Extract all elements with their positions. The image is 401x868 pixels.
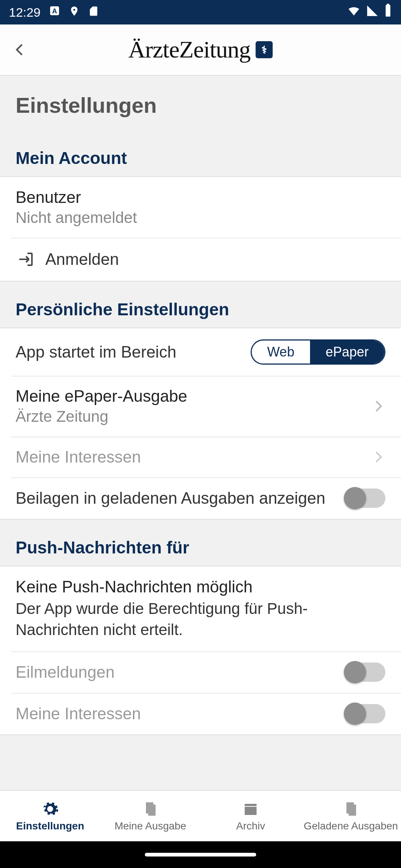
start-area-row: App startet im Bereich Web ePaper [0,328,401,376]
sd-card-icon [88,5,99,20]
tab-my-issue[interactable]: Meine Ausgabe [100,791,200,841]
segment-web[interactable]: Web [252,341,310,364]
login-row[interactable]: Anmelden [0,238,401,281]
epaper-edition-label: Meine ePaper-Ausgabe [16,387,362,405]
system-nav-bar [0,841,401,868]
attachments-label: Beilagen in geladenen Ausgaben anzeigen [16,489,336,507]
chevron-left-icon [12,42,28,57]
tab-loaded-label: Geladene Ausgaben [304,820,398,832]
app-logo: ÄrzteZeitung ⚕ [128,36,273,63]
battery-icon [384,4,392,21]
segment-epaper[interactable]: ePaper [310,341,384,364]
user-label: Benutzer [16,188,385,207]
push-interests-row: Meine Interessen [0,693,401,734]
tab-settings[interactable]: Einstellungen [0,791,100,841]
tab-archive[interactable]: Archiv [200,791,301,841]
push-card: Keine Push-Nachrichten möglich Der App w… [0,566,401,735]
breaking-row: Eilmeldungen [0,651,401,693]
user-status: Nicht angemeldet [16,209,385,227]
account-card: Benutzer Nicht angemeldet Anmelden [0,176,401,282]
section-header-personal: Persönliche Einstellungen [0,282,401,328]
personal-card: App startet im Bereich Web ePaper Meine … [0,328,401,520]
tab-loaded[interactable]: Geladene Ausgaben [301,791,401,841]
start-area-label: App startet im Bereich [16,343,242,361]
no-push-body: Der App wurde die Berechtigung für Push-… [16,598,385,640]
start-area-segmented: Web ePaper [251,339,385,365]
wifi-icon [347,4,361,21]
gear-icon [41,800,59,818]
svg-text:A: A [52,7,57,15]
svg-rect-3 [387,4,389,6]
status-time: 12:29 [9,5,40,20]
section-header-account: Mein Account [0,130,401,176]
interests-row[interactable]: Meine Interessen [0,437,401,477]
stack-icon [342,800,360,818]
tab-archive-label: Archiv [236,820,265,832]
logo-badge-icon: ⚕ [256,41,273,58]
push-interests-label: Meine Interessen [16,704,336,723]
home-indicator[interactable] [145,853,256,857]
pages-icon [141,800,159,818]
attachments-toggle[interactable] [345,489,385,508]
location-icon [69,5,80,20]
signal-icon [366,4,379,20]
login-label: Anmelden [45,250,385,269]
svg-rect-2 [386,5,391,17]
interests-label: Meine Interessen [16,448,362,466]
tab-my-issue-label: Meine Ausgabe [114,820,186,832]
login-icon [16,249,36,270]
page-title: Einstellungen [0,76,401,130]
no-push-title: Keine Push-Nachrichten möglich [16,578,385,596]
status-bar: 12:29 A [0,0,401,24]
push-interests-toggle[interactable] [345,704,385,723]
logo-text: ÄrzteZeitung [128,36,250,63]
attachments-row: Beilagen in geladenen Ausgaben anzeigen [0,477,401,519]
section-header-push: Push-Nachrichten für [0,520,401,566]
chevron-right-icon [371,399,385,414]
epaper-edition-value: Ärzte Zeitung [16,408,362,425]
user-row: Benutzer Nicht angemeldet [0,177,401,238]
settings-content: Einstellungen Mein Account Benutzer Nich… [0,76,401,790]
tab-settings-label: Einstellungen [16,820,84,832]
back-button[interactable] [9,39,31,61]
breaking-toggle[interactable] [345,662,385,682]
app-header: ÄrzteZeitung ⚕ [0,24,401,76]
status-icon-a: A [49,5,61,20]
chevron-right-icon [371,450,385,464]
epaper-edition-row[interactable]: Meine ePaper-Ausgabe Ärzte Zeitung [0,376,401,437]
no-push-row: Keine Push-Nachrichten möglich Der App w… [0,566,401,651]
breaking-label: Eilmeldungen [16,663,336,681]
calendar-icon [242,800,260,818]
bottom-tab-bar: Einstellungen Meine Ausgabe Archiv Gelad… [0,790,401,841]
